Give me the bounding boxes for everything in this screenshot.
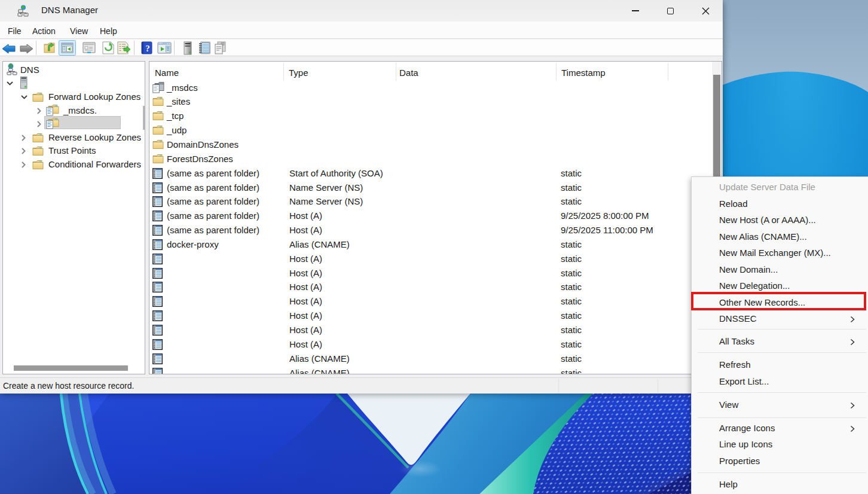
svg-text:?: ? (145, 44, 150, 53)
